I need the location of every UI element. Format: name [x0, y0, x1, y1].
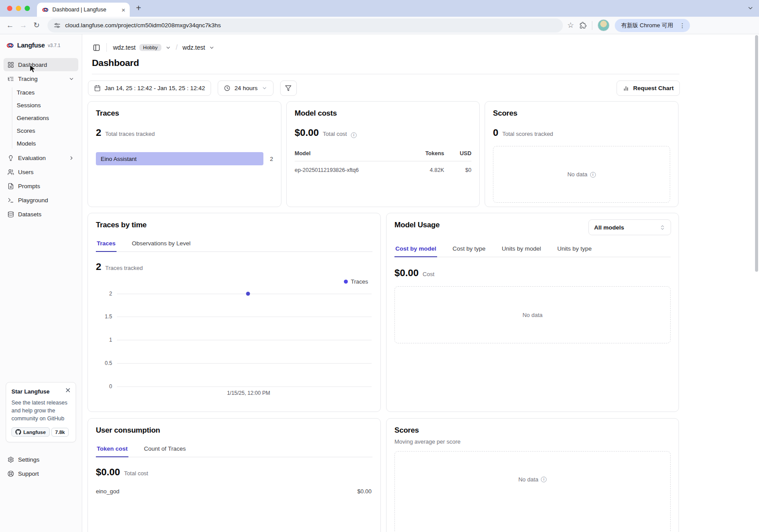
- time-window-value: 24 hours: [234, 85, 258, 91]
- trace-name-bar[interactable]: Eino Assistant: [96, 152, 263, 165]
- github-repo-button[interactable]: Langfuse: [11, 427, 50, 437]
- sidebar-item-models[interactable]: Models: [0, 137, 82, 150]
- extensions-puzzle-icon[interactable]: [579, 22, 587, 29]
- time-window-select[interactable]: 24 hours: [218, 80, 274, 96]
- model-costs-table: Model Tokens USD ep-20250112193826-xftq6…: [295, 150, 471, 173]
- request-chart-button[interactable]: Request Chart: [617, 80, 680, 96]
- sidebar-item-traces[interactable]: Traces: [0, 86, 82, 99]
- column-header: USD: [444, 150, 471, 157]
- star-card-body: See the latest releases and help grow th…: [11, 399, 70, 423]
- cost-label: Cost: [423, 271, 434, 277]
- sub-item-label: Models: [17, 140, 36, 147]
- traces-by-time-tabs: Traces Observations by Level: [96, 236, 372, 252]
- info-icon[interactable]: i: [351, 132, 357, 138]
- scores-count: 0: [493, 127, 498, 138]
- traces-tracked-label: Traces tracked: [105, 265, 143, 271]
- browser-menu-kebab-icon[interactable]: ⋮: [678, 22, 687, 29]
- org-name[interactable]: wdz.test: [113, 44, 135, 51]
- chrome-update-label: 有新版 Chrome 可用: [621, 22, 673, 29]
- new-tab-button[interactable]: +: [133, 3, 144, 13]
- tab-count-of-traces[interactable]: Count of Traces: [143, 441, 186, 457]
- chevron-down-icon[interactable]: [165, 45, 171, 51]
- sidebar-item-support[interactable]: Support: [4, 467, 78, 480]
- sidebar-item-tracing[interactable]: Tracing: [4, 72, 78, 85]
- scores-stat: 0 Total scores tracked: [493, 127, 670, 138]
- tab-traces[interactable]: Traces: [96, 236, 117, 251]
- sidebar-item-generations[interactable]: Generations: [0, 112, 82, 124]
- y-axis-tick: 0: [109, 383, 112, 390]
- model-usage-tabs: Cost by model Cost by type Units by mode…: [394, 241, 671, 257]
- site-settings-icon[interactable]: [54, 22, 61, 29]
- traces-by-time-card: Traces by time Traces Observations by Le…: [88, 213, 381, 412]
- traces-count: 2: [96, 127, 101, 138]
- date-range-picker[interactable]: Jan 14, 25 : 12:42 - Jan 15, 25 : 12:42: [88, 80, 211, 96]
- sidebar-item-label: Playground: [18, 197, 48, 204]
- user-row[interactable]: eino_god $0.00: [96, 488, 372, 495]
- legend-dot-icon: [344, 280, 348, 284]
- browser-tab-strip: Dashboard | Langfuse × +: [0, 0, 759, 17]
- table-row: ep-20250112193826-xftq6 4.82K $0: [295, 161, 471, 173]
- sidebar-item-prompts[interactable]: Prompts: [4, 179, 78, 193]
- browser-tab[interactable]: Dashboard | Langfuse ×: [37, 3, 130, 17]
- x-axis-tick: 1/15/25, 12:00 PM: [227, 390, 270, 396]
- close-icon[interactable]: [65, 387, 71, 393]
- card-title: User consumption: [96, 426, 372, 435]
- sidebar-item-label: Prompts: [18, 183, 40, 189]
- tab-token-cost[interactable]: Token cost: [96, 441, 128, 457]
- reload-button[interactable]: ↻: [30, 21, 43, 30]
- sidebar-item-datasets[interactable]: Datasets: [4, 208, 78, 221]
- github-star-count[interactable]: 7.8k: [51, 428, 68, 437]
- filter-button[interactable]: [280, 80, 297, 96]
- tab-cost-by-model[interactable]: Cost by model: [394, 241, 437, 257]
- window-minimize-button[interactable]: [16, 6, 21, 11]
- tab-search-chevron-icon[interactable]: [747, 5, 754, 11]
- langfuse-app: Langfuse v3.7.1 Dashboard Tracing Traces: [0, 34, 759, 532]
- traces-card: Traces 2 Total traces tracked Eino Assis…: [88, 101, 281, 207]
- tab-units-by-model[interactable]: Units by model: [501, 241, 542, 257]
- usd-cell: $0: [444, 167, 471, 173]
- y-axis-tick: 0.5: [105, 360, 112, 366]
- grid-icon: [7, 62, 14, 68]
- calendar-icon: [94, 85, 101, 91]
- tab-cost-by-type[interactable]: Cost by type: [452, 241, 486, 257]
- bookmark-star-icon[interactable]: ☆: [567, 21, 574, 30]
- sidebar-nav: Dashboard Tracing Traces Sessions Genera…: [0, 58, 82, 221]
- forward-button[interactable]: →: [17, 21, 30, 30]
- no-data-text: No data: [522, 312, 543, 318]
- profile-avatar[interactable]: [598, 19, 609, 31]
- sub-item-label: Generations: [17, 115, 49, 121]
- data-point[interactable]: [246, 292, 250, 295]
- window-zoom-button[interactable]: [25, 6, 30, 11]
- address-bar[interactable]: cloud.langfuse.com/project/cm50idm0208mx…: [47, 18, 563, 33]
- page-scrollbar[interactable]: [755, 35, 758, 272]
- sidebar-item-sessions[interactable]: Sessions: [0, 99, 82, 112]
- trace-name-bar-row: Eino Assistant 2: [96, 152, 273, 165]
- sidebar-item-label: Support: [18, 470, 39, 477]
- traces-tracked-stat: 2 Traces tracked: [96, 261, 372, 273]
- card-title: Model costs: [295, 109, 471, 118]
- tab-units-by-type[interactable]: Units by type: [556, 241, 592, 257]
- window-close-button[interactable]: [7, 6, 12, 11]
- trace-name-label: Eino Assistant: [101, 156, 137, 162]
- chart-legend: Traces: [96, 278, 368, 285]
- sidebar-item-scores[interactable]: Scores: [0, 124, 82, 137]
- project-name[interactable]: wdz.test: [182, 44, 205, 51]
- chrome-update-button[interactable]: 有新版 Chrome 可用 ⋮: [615, 19, 690, 32]
- back-button[interactable]: ←: [4, 21, 17, 30]
- sidebar-item-users[interactable]: Users: [4, 165, 78, 179]
- bar-chart-icon: [623, 85, 629, 91]
- all-models-value: All models: [594, 224, 624, 231]
- browser-toolbar: ← → ↻ cloud.langfuse.com/project/cm50idm…: [0, 17, 759, 34]
- sidebar-item-evaluation[interactable]: Evaluation: [4, 151, 78, 164]
- tab-close-icon[interactable]: ×: [121, 7, 125, 13]
- sidebar-item-dashboard[interactable]: Dashboard: [4, 58, 78, 71]
- list-tree-icon: [7, 76, 14, 82]
- github-star-widget: Langfuse 7.8k: [11, 427, 70, 437]
- all-models-select[interactable]: All models: [588, 219, 671, 235]
- langfuse-favicon-icon: [42, 6, 49, 13]
- sidebar-toggle-icon[interactable]: [93, 44, 100, 51]
- sidebar-item-settings[interactable]: Settings: [4, 453, 78, 466]
- tab-observations-by-level[interactable]: Observations by Level: [131, 236, 192, 251]
- chevron-down-icon[interactable]: [209, 45, 215, 51]
- sidebar-item-playground[interactable]: Playground: [4, 193, 78, 207]
